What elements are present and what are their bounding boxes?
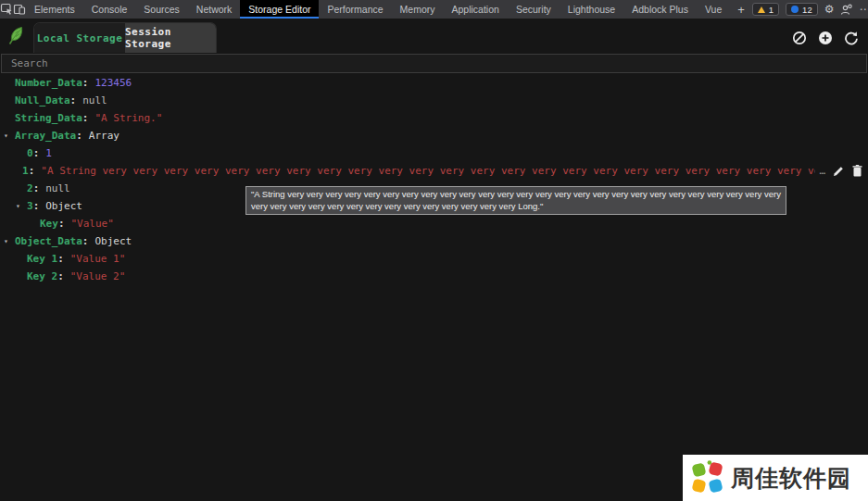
devtools-toolbar: Elements Console Sources Network Storage…: [0, 0, 868, 19]
clear-all-icon[interactable]: [792, 31, 807, 45]
tree-row-number-data[interactable]: Number_Data: 123456: [0, 74, 868, 92]
row-key: Key 1: [27, 253, 57, 265]
tab-adblock-plus[interactable]: Adblock Plus: [623, 0, 697, 19]
issues-badge[interactable]: 12: [786, 3, 818, 16]
row-value: "Value 1": [70, 253, 126, 265]
more-options-icon[interactable]: ⋯: [859, 3, 868, 16]
row-value: "A String very very very very very very …: [41, 165, 815, 177]
tree-row-string-data[interactable]: String_Data: "A String.": [0, 109, 868, 127]
people-icon[interactable]: [840, 4, 852, 16]
collapse-arrow-icon[interactable]: ▾: [4, 132, 15, 140]
storage-tabs: Local Storage Session Storage: [33, 22, 217, 53]
tab-performance[interactable]: Performance: [319, 0, 391, 19]
tree-row-array-data[interactable]: ▾ Array_Data: Array: [0, 127, 868, 144]
tab-session-storage[interactable]: Session Storage: [125, 23, 216, 53]
row-value: 123456: [94, 77, 132, 89]
row-key: 0: [27, 147, 33, 159]
row-key: Key 2: [27, 270, 57, 282]
collapse-arrow-icon[interactable]: ▾: [16, 202, 27, 210]
row-value: Object: [45, 200, 82, 212]
watermark: 周佳软件园: [683, 455, 868, 501]
row-key: 2: [27, 182, 33, 194]
storage-editor-panel: Elements Console Sources Network Storage…: [0, 0, 868, 501]
more-tabs-icon[interactable]: +: [730, 0, 752, 19]
leaf-logo-icon: [0, 19, 33, 53]
warnings-count: 1: [769, 5, 774, 15]
collapse-arrow-icon[interactable]: ▾: [4, 237, 15, 245]
tab-memory[interactable]: Memory: [392, 0, 444, 19]
pinwheel-logo-icon: [690, 460, 725, 495]
delete-trash-icon[interactable]: [852, 165, 862, 177]
add-item-icon[interactable]: [818, 31, 833, 45]
row-value: "A String.": [94, 112, 162, 124]
tab-local-storage[interactable]: Local Storage: [34, 23, 125, 53]
tree-row-object-data[interactable]: ▾ Object_Data: Object: [0, 232, 868, 250]
tab-console[interactable]: Console: [83, 0, 136, 19]
row-value: Array: [89, 130, 120, 142]
storage-tree: Number_Data: 123456 Null_Data: null Stri…: [0, 74, 868, 285]
row-key: Array_Data: [15, 130, 76, 142]
tree-row-key-1[interactable]: Key 1: "Value 1": [0, 250, 868, 268]
tab-application[interactable]: Application: [444, 0, 508, 19]
row-key: Object_Data: [15, 235, 82, 247]
tree-row-key-2[interactable]: Key 2: "Value 2": [0, 268, 868, 285]
tab-security[interactable]: Security: [508, 0, 560, 19]
search-row: [0, 53, 868, 72]
device-toolbar-icon[interactable]: [13, 0, 26, 19]
row-value: "Value 2": [70, 270, 126, 282]
row-value: Object: [94, 235, 132, 247]
row-key: Key: [40, 218, 58, 230]
settings-gear-icon[interactable]: ⚙: [824, 3, 835, 16]
tree-row-object-key[interactable]: Key: "Value": [0, 215, 868, 232]
warnings-badge[interactable]: 1: [752, 3, 779, 16]
row-value: 1: [45, 147, 52, 159]
issues-dot-icon: [791, 6, 799, 13]
tree-row-array-0[interactable]: 0: 1: [0, 144, 868, 162]
watermark-text: 周佳软件园: [731, 463, 851, 494]
search-input[interactable]: [1, 54, 867, 73]
tree-row-null-data[interactable]: Null_Data: null: [0, 92, 868, 109]
tab-storage-editor[interactable]: Storage Editor: [240, 0, 319, 19]
tab-sources[interactable]: Sources: [135, 0, 188, 19]
tree-row-array-1-long-string[interactable]: 1: "A String very very very very very ve…: [0, 162, 868, 180]
row-value: null: [45, 182, 70, 194]
row-key: String_Data: [15, 112, 82, 124]
row-value: null: [82, 94, 107, 106]
row-key: 1: [22, 165, 29, 177]
row-key: Number_Data: [15, 77, 82, 89]
refresh-icon[interactable]: [844, 31, 859, 45]
row-key: Null_Data: [15, 94, 70, 106]
extension-toolbar: Local Storage Session Storage: [0, 19, 868, 53]
row-value: "Value": [71, 218, 114, 230]
edit-pencil-icon[interactable]: [833, 166, 844, 177]
truncation-ellipsis: …: [819, 165, 825, 177]
tab-lighthouse[interactable]: Lighthouse: [560, 0, 623, 19]
issues-count: 12: [802, 5, 812, 15]
value-tooltip: "A String very very very very very very …: [245, 186, 786, 215]
row-key: 3: [27, 200, 33, 212]
tab-network[interactable]: Network: [188, 0, 241, 19]
warning-triangle-icon: [758, 6, 765, 13]
tab-elements[interactable]: Elements: [26, 0, 83, 19]
inspect-element-icon[interactable]: [0, 0, 13, 19]
tab-vue[interactable]: Vue: [697, 0, 730, 19]
